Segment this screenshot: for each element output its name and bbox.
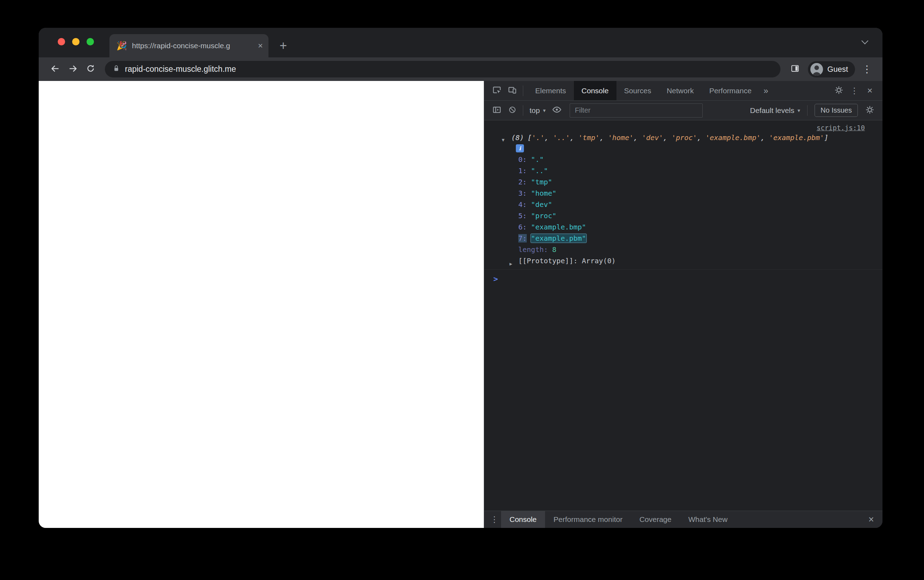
forward-button[interactable]	[65, 61, 81, 77]
drawer-tab-what-s-new[interactable]: What's New	[680, 511, 736, 528]
levels-label: Default levels	[750, 106, 794, 115]
traffic-light-minimize-button[interactable]	[72, 38, 79, 45]
disclosure-triangle-open-icon[interactable]: ▼	[502, 135, 505, 145]
tab-favicon-icon: 🎉	[117, 41, 127, 50]
devtools-drawer: ⋮ ConsolePerformance monitorCoverageWhat…	[484, 511, 883, 528]
device-toolbar-icon	[508, 86, 517, 96]
drawer-tab-console[interactable]: Console	[501, 511, 545, 528]
preview-string: 'example.pbm'	[769, 133, 824, 142]
chevron-down-icon: ▾	[798, 107, 801, 114]
tab-title: https://rapid-concise-muscle.g	[132, 41, 253, 50]
live-expression-button[interactable]	[549, 103, 565, 118]
reload-button[interactable]	[82, 61, 99, 77]
array-preview-items: '.', '..', 'tmp', 'home', 'dev', 'proc',…	[532, 133, 824, 142]
console-sidebar-button[interactable]	[489, 103, 505, 118]
forward-icon	[68, 64, 78, 75]
device-toolbar-button[interactable]	[505, 83, 520, 99]
array-length-badge: (8)	[511, 133, 524, 142]
gear-icon	[834, 86, 843, 96]
clear-console-button[interactable]	[505, 103, 520, 118]
console-sidebar-icon	[492, 105, 501, 116]
inspect-element-button[interactable]	[489, 83, 505, 99]
context-label: top	[529, 106, 540, 115]
devtools-menu-button[interactable]: ⋮	[847, 83, 862, 99]
source-link[interactable]: script.js:10	[817, 124, 865, 132]
drawer-close-button[interactable]: ×	[863, 514, 879, 525]
drawer-tab-coverage[interactable]: Coverage	[631, 511, 680, 528]
profile-name: Guest	[827, 65, 848, 74]
devtools-tab-console[interactable]: Console	[574, 81, 617, 100]
toolbar-divider	[523, 86, 523, 96]
preview-string: 'tmp'	[579, 133, 600, 142]
browser-tab[interactable]: 🎉 https://rapid-concise-muscle.g ×	[109, 34, 268, 58]
preview-string: '.'	[532, 133, 544, 142]
devtools-tab-network[interactable]: Network	[659, 81, 702, 100]
tab-search-chevron-icon[interactable]	[862, 38, 868, 45]
info-icon[interactable]: i	[516, 144, 524, 152]
console-array-entry-7[interactable]: 7:"example.pbm"	[484, 232, 883, 244]
array-length-entry: length:8	[484, 244, 883, 255]
side-panel-button[interactable]	[787, 61, 803, 77]
window-controls	[58, 38, 94, 45]
context-selector[interactable]: top ▾	[526, 106, 549, 115]
console-array-entry-2[interactable]: 2:"tmp"	[484, 176, 883, 188]
console-prompt[interactable]: >	[484, 270, 883, 284]
devtools-tab-performance[interactable]: Performance	[702, 81, 759, 100]
issues-button[interactable]: No Issues	[815, 104, 858, 117]
console-array-entry-6[interactable]: 6:"example.bmp"	[484, 221, 883, 232]
devtools-panel: ElementsConsoleSourcesNetworkPerformance…	[484, 81, 883, 528]
console-array-entry-5[interactable]: 5:"proc"	[484, 210, 883, 221]
traffic-light-zoom-button[interactable]	[87, 38, 94, 45]
chevron-down-icon: ▾	[543, 107, 546, 114]
console-array-entry-4[interactable]: 4:"dev"	[484, 199, 883, 210]
guest-avatar-icon	[811, 63, 823, 76]
array-entries: 0:"."1:".."2:"tmp"3:"home"4:"dev"5:"proc…	[484, 154, 883, 244]
devtools-tabs: ElementsConsoleSourcesNetworkPerformance	[528, 81, 759, 100]
console-settings-button[interactable]	[862, 103, 878, 118]
navigation-bar: rapid-concise-muscle.glitch.me Guest ⋮	[39, 58, 883, 81]
log-levels-dropdown[interactable]: Default levels ▾	[746, 106, 804, 115]
drawer-tab-performance-monitor[interactable]: Performance monitor	[545, 511, 631, 528]
devtools-settings-button[interactable]	[831, 83, 847, 99]
devtools-close-button[interactable]: ×	[862, 83, 878, 99]
devtools-tab-elements[interactable]: Elements	[528, 81, 574, 100]
preview-string: 'proc'	[672, 133, 697, 142]
preview-string: 'example.bmp'	[705, 133, 761, 142]
array-preview-row[interactable]: ▼ (8)['.', '..', 'tmp', 'home', 'dev', '…	[484, 132, 883, 143]
more-tabs-button[interactable]: »	[759, 86, 772, 96]
console-array-entry-1[interactable]: 1:".."	[484, 165, 883, 176]
prototype-entry[interactable]: ▶ [[Prototype]]:Array(0)	[484, 255, 883, 267]
traffic-light-close-button[interactable]	[58, 38, 65, 45]
browser-menu-button[interactable]: ⋮	[860, 63, 874, 75]
tab-close-icon[interactable]: ×	[258, 41, 263, 50]
kebab-menu-icon: ⋮	[490, 514, 498, 524]
eye-icon	[552, 105, 562, 116]
back-button[interactable]	[47, 61, 63, 77]
back-icon	[50, 64, 60, 75]
kebab-menu-icon: ⋮	[850, 86, 858, 96]
more-tabs-icon: »	[764, 86, 768, 96]
devtools-tab-sources[interactable]: Sources	[617, 81, 659, 100]
devtools-main-toolbar: ElementsConsoleSourcesNetworkPerformance…	[484, 81, 883, 101]
preview-string: '..'	[553, 133, 570, 142]
browser-window: 🎉 https://rapid-concise-muscle.g × +	[39, 28, 883, 528]
console-array-entry-3[interactable]: 3:"home"	[484, 188, 883, 199]
preview-string: 'home'	[608, 133, 633, 142]
disclosure-triangle-closed-icon[interactable]: ▶	[510, 258, 512, 270]
kebab-menu-icon: ⋮	[862, 64, 872, 75]
profile-button[interactable]: Guest	[808, 61, 855, 77]
side-panel-icon	[790, 64, 800, 74]
new-tab-button[interactable]: +	[276, 39, 290, 53]
drawer-menu-button[interactable]: ⋮	[488, 514, 501, 524]
url-text: rapid-concise-muscle.glitch.me	[125, 64, 236, 74]
console-output: script.js:10 ▼ (8)['.', '..', 'tmp', 'ho…	[484, 120, 883, 511]
close-icon: ×	[867, 85, 872, 96]
address-bar[interactable]: rapid-concise-muscle.glitch.me	[105, 61, 781, 77]
filter-input[interactable]	[570, 104, 703, 117]
reload-icon	[86, 64, 95, 75]
lock-icon[interactable]	[113, 64, 120, 74]
page-content	[39, 81, 484, 528]
console-array-entry-0[interactable]: 0:"."	[484, 154, 883, 165]
toolbar-divider	[523, 105, 523, 116]
prompt-chevron-icon: >	[493, 275, 498, 283]
